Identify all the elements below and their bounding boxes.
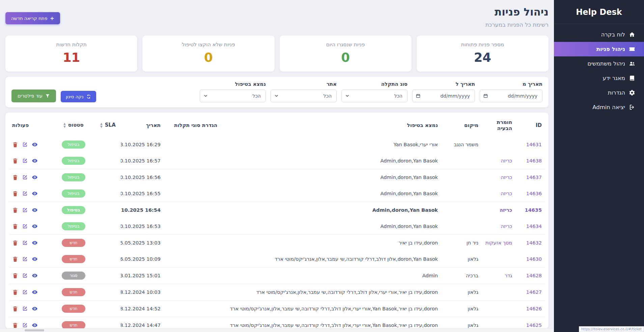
assignee-select[interactable]: הכל <box>200 90 266 102</box>
severity-link[interactable]: גדר <box>505 273 512 278</box>
col-header-fault-type[interactable]: הגדרת סוגי תקלות <box>164 112 221 136</box>
view-ticket-button[interactable] <box>32 240 38 246</box>
delete-ticket-button[interactable] <box>12 322 18 328</box>
col-header-date[interactable]: תאריך <box>121 112 164 136</box>
stat-label: תקלות חדשות <box>9 42 134 48</box>
col-header-handlers[interactable]: נמצא בטיפול <box>221 112 441 136</box>
col-header-id[interactable]: ID <box>515 112 545 136</box>
view-ticket-button[interactable] <box>32 273 38 279</box>
location-cell: ניר חן <box>441 234 482 251</box>
severity-link[interactable]: כריזה <box>501 191 512 196</box>
delete-ticket-button[interactable] <box>12 256 18 262</box>
new-ticket-button[interactable]: פתח קריאה חדשה <box>5 12 60 24</box>
scrollbar-thumb[interactable] <box>25 329 44 331</box>
sla-cell <box>95 202 121 218</box>
col-header-sla[interactable]: SLA▲▼ <box>95 112 121 136</box>
more-filters-button[interactable]: עוד פילטרים <box>11 90 56 102</box>
sidebar-item[interactable]: יציאה Admin <box>554 100 644 114</box>
sidebar-item[interactable]: לוח בקרה <box>554 27 644 42</box>
calendar-icon[interactable] <box>483 93 488 98</box>
date-from-input[interactable]: dd/mm/yyyy <box>480 90 542 102</box>
edit-ticket-button[interactable] <box>22 306 28 312</box>
view-ticket-button[interactable] <box>32 322 38 328</box>
ticket-id-link[interactable]: 14638 <box>526 158 542 163</box>
edit-ticket-button[interactable] <box>22 190 28 197</box>
edit-ticket-button[interactable] <box>22 256 28 262</box>
trash-icon <box>12 306 18 312</box>
delete-ticket-button[interactable] <box>12 207 18 213</box>
ticket-id-link[interactable]: 14635 <box>525 207 542 213</box>
edit-ticket-button[interactable] <box>22 158 28 164</box>
delete-ticket-button[interactable] <box>12 306 18 312</box>
site-select[interactable]: הכל <box>271 90 337 102</box>
delete-ticket-button[interactable] <box>12 289 18 295</box>
delete-ticket-button[interactable] <box>12 273 18 279</box>
delete-ticket-button[interactable] <box>12 190 18 197</box>
severity-link[interactable]: כריזה <box>500 207 512 213</box>
sort-arrows-icon[interactable]: ▲▼ <box>100 122 103 128</box>
ticket-id-link[interactable]: 14632 <box>526 240 542 246</box>
sort-arrows-icon[interactable]: ▲▼ <box>63 122 66 128</box>
main-content: ניהול פניות רשימת כל הפניות במערכת פתח ק… <box>0 0 554 332</box>
handlers-cell: Admin,doron,Yan Basok <box>221 169 441 185</box>
ticket-id-link[interactable]: 14636 <box>526 191 542 196</box>
view-ticket-button[interactable] <box>32 174 38 180</box>
sidebar-item-icon <box>629 46 635 52</box>
table-row: 14630 גלאון doron,Yan Basok,אלון דולב,דר… <box>9 251 545 267</box>
calendar-icon[interactable] <box>416 93 421 98</box>
horizontal-scrollbar[interactable] <box>0 328 554 332</box>
edit-ticket-button[interactable] <box>22 240 28 246</box>
view-ticket-button[interactable] <box>32 223 38 229</box>
col-header-location[interactable]: מיקום <box>441 112 482 136</box>
date-to-label: תאריך ל <box>412 81 475 87</box>
fault-type-cell <box>164 251 221 267</box>
delete-ticket-button[interactable] <box>12 174 18 180</box>
ticket-id-link[interactable]: 14627 <box>526 289 542 295</box>
status-badge: חדש <box>62 239 85 247</box>
ticket-id-link[interactable]: 14631 <box>526 142 542 147</box>
clear-filter-button[interactable]: נקה סינון <box>61 91 96 102</box>
severity-link[interactable]: מסך אזעקות <box>485 240 512 246</box>
table-row: 14637 כריזה Admin,doron,Yan Basok 16:56 … <box>9 169 545 185</box>
ticket-id-link[interactable]: 14634 <box>526 224 542 229</box>
ticket-id-link[interactable]: 14637 <box>526 175 542 180</box>
edit-ticket-button[interactable] <box>22 273 28 279</box>
ticket-id-link[interactable]: 14628 <box>526 273 542 278</box>
delete-ticket-button[interactable] <box>12 240 18 246</box>
sidebar-item[interactable]: ניהול פניות <box>554 42 644 56</box>
severity-link[interactable]: כריזה <box>501 224 512 229</box>
sla-cell <box>95 218 121 235</box>
severity-link[interactable]: כריזה <box>501 158 512 163</box>
view-ticket-button[interactable] <box>32 158 38 164</box>
view-ticket-button[interactable] <box>32 289 38 295</box>
col-header-severity[interactable]: חומרת הבעיה <box>482 112 515 136</box>
sidebar-item[interactable]: ניהול משתמשים <box>554 56 644 71</box>
ticket-id-link[interactable]: 14625 <box>526 323 542 328</box>
edit-ticket-button[interactable] <box>22 289 28 295</box>
view-ticket-button[interactable] <box>32 256 38 262</box>
severity-link[interactable]: כריזה <box>501 175 512 180</box>
sidebar-item[interactable]: מאגר ידע <box>554 71 644 85</box>
trash-icon <box>12 256 18 262</box>
col-header-status[interactable]: סטטוס▲▼ <box>52 112 95 136</box>
ticket-id-link[interactable]: 14626 <box>526 306 542 311</box>
edit-ticket-button[interactable] <box>22 142 28 148</box>
view-ticket-button[interactable] <box>32 142 38 148</box>
ticket-id-link[interactable]: 14630 <box>526 256 542 262</box>
view-ticket-button[interactable] <box>32 207 38 213</box>
assignee-value: הכל <box>252 93 261 99</box>
edit-ticket-button[interactable] <box>22 322 28 328</box>
edit-ticket-button[interactable] <box>22 207 28 213</box>
edit-ticket-button[interactable] <box>22 174 28 180</box>
edit-ticket-button[interactable] <box>22 223 28 229</box>
view-ticket-button[interactable] <box>32 306 38 312</box>
delete-ticket-button[interactable] <box>12 223 18 229</box>
view-ticket-button[interactable] <box>32 190 38 197</box>
chevron-down-icon <box>274 93 279 98</box>
delete-ticket-button[interactable] <box>12 142 18 148</box>
fault-type-select[interactable]: הכל <box>341 90 408 102</box>
delete-ticket-button[interactable] <box>12 158 18 164</box>
sidebar-item[interactable]: הגדרות <box>554 85 644 100</box>
sidebar-item-icon <box>629 60 635 67</box>
date-to-input[interactable]: dd/mm/yyyy <box>412 90 475 102</box>
